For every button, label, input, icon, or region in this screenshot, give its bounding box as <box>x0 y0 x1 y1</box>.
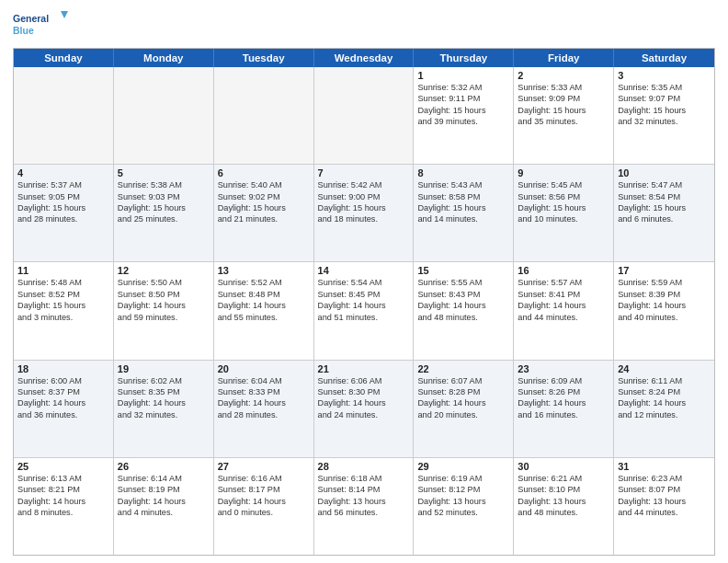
calendar-row-4: 25Sunrise: 6:13 AMSunset: 8:21 PMDayligh… <box>14 458 714 555</box>
day-info: Sunrise: 5:33 AMSunset: 9:09 PMDaylight:… <box>518 82 609 128</box>
calendar-cell: 15Sunrise: 5:55 AMSunset: 8:43 PMDayligh… <box>414 262 514 359</box>
header-day-sunday: Sunday <box>14 49 114 67</box>
day-number: 17 <box>618 265 711 276</box>
calendar-cell <box>314 67 415 164</box>
day-info: Sunrise: 5:42 AMSunset: 9:00 PMDaylight:… <box>318 179 410 225</box>
page-header: General Blue <box>13 9 715 42</box>
calendar-cell: 9Sunrise: 5:45 AMSunset: 8:56 PMDaylight… <box>514 165 614 261</box>
day-info: Sunrise: 5:48 AMSunset: 8:52 PMDaylight:… <box>17 277 109 323</box>
calendar-cell: 6Sunrise: 5:40 AMSunset: 9:02 PMDaylight… <box>214 165 314 261</box>
day-info: Sunrise: 5:37 AMSunset: 9:05 PMDaylight:… <box>17 179 109 225</box>
calendar-row-2: 11Sunrise: 5:48 AMSunset: 8:52 PMDayligh… <box>14 262 714 360</box>
day-info: Sunrise: 6:00 AMSunset: 8:37 PMDaylight:… <box>17 375 109 421</box>
calendar-cell <box>214 67 314 164</box>
calendar-cell: 7Sunrise: 5:42 AMSunset: 9:00 PMDaylight… <box>314 165 415 261</box>
svg-text:Blue: Blue <box>13 25 34 36</box>
day-info: Sunrise: 6:14 AMSunset: 8:19 PMDaylight:… <box>118 473 210 519</box>
day-number: 2 <box>518 70 609 81</box>
day-info: Sunrise: 6:18 AMSunset: 8:14 PMDaylight:… <box>318 473 410 519</box>
calendar-cell: 2Sunrise: 5:33 AMSunset: 9:09 PMDaylight… <box>514 67 614 164</box>
header-day-thursday: Thursday <box>414 49 514 67</box>
calendar-cell: 22Sunrise: 6:07 AMSunset: 8:28 PMDayligh… <box>414 361 514 457</box>
day-number: 21 <box>318 363 410 374</box>
header-day-monday: Monday <box>114 49 214 67</box>
day-info: Sunrise: 6:07 AMSunset: 8:28 PMDaylight:… <box>417 375 509 421</box>
day-number: 25 <box>17 461 109 472</box>
calendar-cell <box>14 67 114 164</box>
day-info: Sunrise: 5:43 AMSunset: 8:58 PMDaylight:… <box>417 179 509 225</box>
day-info: Sunrise: 6:11 AMSunset: 8:24 PMDaylight:… <box>618 375 711 421</box>
day-info: Sunrise: 6:04 AMSunset: 8:33 PMDaylight:… <box>218 375 310 421</box>
calendar-row-1: 4Sunrise: 5:37 AMSunset: 9:05 PMDaylight… <box>14 165 714 262</box>
calendar-cell: 24Sunrise: 6:11 AMSunset: 8:24 PMDayligh… <box>614 361 714 457</box>
calendar-row-3: 18Sunrise: 6:00 AMSunset: 8:37 PMDayligh… <box>14 361 714 458</box>
calendar-row-0: 1Sunrise: 5:32 AMSunset: 9:11 PMDaylight… <box>14 67 714 165</box>
day-info: Sunrise: 6:23 AMSunset: 8:07 PMDaylight:… <box>618 473 711 519</box>
calendar-cell: 1Sunrise: 5:32 AMSunset: 9:11 PMDaylight… <box>414 67 514 164</box>
calendar-cell: 13Sunrise: 5:52 AMSunset: 8:48 PMDayligh… <box>214 262 314 359</box>
day-number: 19 <box>118 363 210 374</box>
day-number: 13 <box>218 265 310 276</box>
day-number: 15 <box>417 265 509 276</box>
day-number: 30 <box>518 461 609 472</box>
calendar-cell: 30Sunrise: 6:21 AMSunset: 8:10 PMDayligh… <box>514 458 614 555</box>
day-info: Sunrise: 5:57 AMSunset: 8:41 PMDaylight:… <box>518 277 609 323</box>
day-number: 12 <box>118 265 210 276</box>
calendar-cell: 18Sunrise: 6:00 AMSunset: 8:37 PMDayligh… <box>14 361 114 457</box>
day-number: 14 <box>318 265 410 276</box>
calendar-cell: 27Sunrise: 6:16 AMSunset: 8:17 PMDayligh… <box>214 458 314 555</box>
calendar-cell: 20Sunrise: 6:04 AMSunset: 8:33 PMDayligh… <box>214 361 314 457</box>
day-number: 11 <box>17 265 109 276</box>
day-info: Sunrise: 5:47 AMSunset: 8:54 PMDaylight:… <box>618 179 711 225</box>
day-number: 18 <box>17 363 109 374</box>
day-number: 3 <box>618 70 711 81</box>
calendar-cell: 8Sunrise: 5:43 AMSunset: 8:58 PMDaylight… <box>414 165 514 261</box>
calendar-cell: 26Sunrise: 6:14 AMSunset: 8:19 PMDayligh… <box>114 458 214 555</box>
day-number: 6 <box>218 167 310 178</box>
logo-svg: General Blue <box>13 9 68 42</box>
calendar-cell: 28Sunrise: 6:18 AMSunset: 8:14 PMDayligh… <box>314 458 415 555</box>
day-number: 7 <box>318 167 410 178</box>
calendar-cell: 29Sunrise: 6:19 AMSunset: 8:12 PMDayligh… <box>414 458 514 555</box>
day-number: 31 <box>618 461 711 472</box>
day-number: 28 <box>318 461 410 472</box>
calendar-cell: 5Sunrise: 5:38 AMSunset: 9:03 PMDaylight… <box>114 165 214 261</box>
day-info: Sunrise: 5:59 AMSunset: 8:39 PMDaylight:… <box>618 277 711 323</box>
calendar-cell: 25Sunrise: 6:13 AMSunset: 8:21 PMDayligh… <box>14 458 114 555</box>
calendar-cell: 4Sunrise: 5:37 AMSunset: 9:05 PMDaylight… <box>14 165 114 261</box>
calendar-cell: 23Sunrise: 6:09 AMSunset: 8:26 PMDayligh… <box>514 361 614 457</box>
day-number: 4 <box>17 167 109 178</box>
svg-text:General: General <box>13 13 49 24</box>
calendar-cell: 16Sunrise: 5:57 AMSunset: 8:41 PMDayligh… <box>514 262 614 359</box>
day-number: 16 <box>518 265 609 276</box>
calendar-cell: 21Sunrise: 6:06 AMSunset: 8:30 PMDayligh… <box>314 361 415 457</box>
day-info: Sunrise: 5:32 AMSunset: 9:11 PMDaylight:… <box>417 82 509 128</box>
calendar-cell: 14Sunrise: 5:54 AMSunset: 8:45 PMDayligh… <box>314 262 415 359</box>
day-number: 8 <box>417 167 509 178</box>
day-info: Sunrise: 5:40 AMSunset: 9:02 PMDaylight:… <box>218 179 310 225</box>
day-number: 27 <box>218 461 310 472</box>
day-number: 20 <box>218 363 310 374</box>
day-info: Sunrise: 6:19 AMSunset: 8:12 PMDaylight:… <box>417 473 509 519</box>
calendar-body: 1Sunrise: 5:32 AMSunset: 9:11 PMDaylight… <box>14 67 714 555</box>
day-info: Sunrise: 5:50 AMSunset: 8:50 PMDaylight:… <box>118 277 210 323</box>
day-info: Sunrise: 6:21 AMSunset: 8:10 PMDaylight:… <box>518 473 609 519</box>
day-info: Sunrise: 5:54 AMSunset: 8:45 PMDaylight:… <box>318 277 410 323</box>
day-number: 26 <box>118 461 210 472</box>
day-info: Sunrise: 6:06 AMSunset: 8:30 PMDaylight:… <box>318 375 410 421</box>
day-info: Sunrise: 5:38 AMSunset: 9:03 PMDaylight:… <box>118 179 210 225</box>
calendar-cell: 19Sunrise: 6:02 AMSunset: 8:35 PMDayligh… <box>114 361 214 457</box>
day-info: Sunrise: 6:02 AMSunset: 8:35 PMDaylight:… <box>118 375 210 421</box>
calendar-cell: 10Sunrise: 5:47 AMSunset: 8:54 PMDayligh… <box>614 165 714 261</box>
calendar-cell: 12Sunrise: 5:50 AMSunset: 8:50 PMDayligh… <box>114 262 214 359</box>
calendar-cell: 31Sunrise: 6:23 AMSunset: 8:07 PMDayligh… <box>614 458 714 555</box>
day-number: 10 <box>618 167 711 178</box>
logo: General Blue <box>13 9 68 42</box>
calendar: SundayMondayTuesdayWednesdayThursdayFrid… <box>13 48 715 556</box>
day-info: Sunrise: 5:55 AMSunset: 8:43 PMDaylight:… <box>417 277 509 323</box>
calendar-cell <box>114 67 214 164</box>
header-day-saturday: Saturday <box>614 49 714 67</box>
header-day-wednesday: Wednesday <box>314 49 415 67</box>
svg-marker-2 <box>61 11 68 18</box>
day-info: Sunrise: 5:35 AMSunset: 9:07 PMDaylight:… <box>618 82 711 128</box>
